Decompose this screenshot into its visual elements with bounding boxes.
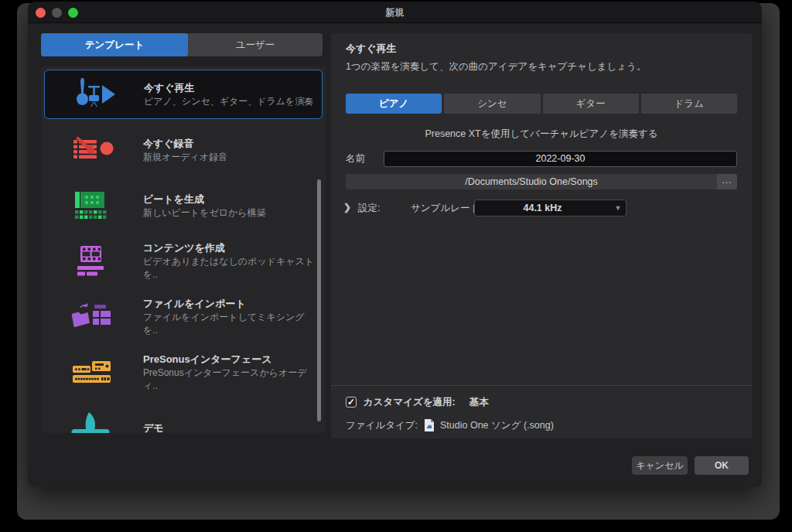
tab-user[interactable]: ユーザー: [188, 33, 323, 56]
template-item-text: 今すぐ録音 新規オーディオ録音: [143, 137, 323, 164]
template-item-subtitle: ピアノ、シンセ、ギター、ドラムを演奏: [144, 95, 317, 108]
browse-button[interactable]: ...: [717, 174, 737, 189]
cancel-button[interactable]: キャンセル: [632, 456, 688, 475]
sample-rate-select[interactable]: 44.1 kHz ▼: [474, 200, 626, 217]
template-item-subtitle: 新規オーディオ録音: [143, 151, 318, 164]
template-item-title: ビートを生成: [143, 193, 318, 206]
filetype-value: Studio One ソング (.song): [440, 419, 554, 432]
template-list: 今すぐ再生 ピアノ、シンセ、ギター、ドラムを演奏: [41, 66, 326, 433]
zoom-button[interactable]: [68, 8, 78, 18]
template-item-create-content[interactable]: コンテンツを作成 ビデオありまたはなしのポッドキャストを..: [44, 234, 323, 289]
name-row: 名前 2022-09-30: [346, 151, 737, 167]
instrument-tab-guitar[interactable]: ギター: [543, 94, 639, 114]
traffic-lights: [36, 8, 78, 18]
audio-interface-icon: [44, 355, 143, 390]
template-item-import-files[interactable]: ファイルをインポート ファイルをインポートしてミキシングを..: [44, 289, 323, 345]
template-item-subtitle: 新しいビートをゼロから構築: [143, 206, 318, 220]
save-path-value: /Documents/Studio One/Songs: [346, 176, 717, 187]
settings-disclosure-icon[interactable]: ❯: [343, 202, 351, 213]
customize-label: カスタマイズを適用:: [364, 396, 456, 409]
play-instruments-icon: [45, 77, 144, 112]
template-item-text: ファイルをインポート ファイルをインポートしてミキシングを..: [143, 297, 323, 337]
template-item-presonus-interface[interactable]: PreSonusインターフェース PreSonusインターフェースからオーディ.…: [44, 345, 323, 401]
demo-wave-icon: Demo: [44, 411, 143, 433]
screenshot-root: 新規 テンプレート ユーザー: [0, 0, 792, 532]
film-strip-icon: [44, 244, 143, 279]
template-item-subtitle: ビデオありまたはなしのポッドキャストを..: [143, 255, 318, 281]
filetype-label: ファイルタイプ:: [346, 419, 418, 432]
dialog-titlebar: 新規: [28, 2, 762, 23]
song-name-input[interactable]: 2022-09-30: [384, 151, 737, 167]
instrument-tab-piano[interactable]: ピアノ: [346, 94, 442, 114]
song-file-icon: [424, 419, 434, 431]
detail-panel: 今すぐ再生 1つの楽器を演奏して、次の曲のアイデアをキャプチャしましょう。 ピア…: [331, 33, 752, 438]
save-path-bar[interactable]: /Documents/Studio One/Songs ...: [346, 174, 737, 189]
filetype-row: ファイルタイプ: Studio One ソング (.song): [346, 418, 554, 433]
ok-button[interactable]: OK: [695, 456, 749, 475]
sample-rate-label: サンプルレート: [411, 202, 480, 215]
name-label: 名前: [346, 152, 365, 165]
scrollbar-thumb[interactable]: [317, 179, 321, 421]
template-item-play-now[interactable]: 今すぐ再生 ピアノ、シンセ、ギター、ドラムを演奏: [44, 70, 323, 119]
template-item-text: デモ: [143, 421, 323, 433]
settings-row: ❯ 設定: サンプルレート 44.1 kHz ▼: [331, 200, 752, 217]
template-item-demo[interactable]: Demo デモ: [44, 401, 323, 433]
new-song-dialog: 新規 テンプレート ユーザー: [28, 2, 762, 487]
minimize-button: [52, 8, 62, 18]
template-item-record-now[interactable]: 今すぐ録音 新規オーディオ録音: [44, 122, 323, 178]
customize-value[interactable]: 基本: [469, 396, 489, 409]
window-title: 新規: [28, 2, 762, 23]
template-item-title: ファイルをインポート: [143, 297, 318, 311]
template-item-title: デモ: [143, 421, 318, 433]
section-divider: [331, 385, 752, 386]
template-column: テンプレート ユーザー: [41, 33, 326, 433]
customize-row: ✓ カスタマイズを適用: 基本: [346, 394, 489, 410]
template-user-tabs: テンプレート ユーザー: [41, 33, 323, 56]
instrument-tabs: ピアノ シンセ ギター ドラム: [346, 94, 737, 114]
template-item-title: 今すぐ再生: [144, 81, 317, 95]
detail-title: 今すぐ再生: [346, 42, 397, 56]
template-item-text: ビートを生成 新しいビートをゼロから構築: [143, 193, 323, 220]
import-folder-icon: [44, 299, 143, 335]
detail-description: 1つの楽器を演奏して、次の曲のアイデアをキャプチャしましょう。: [346, 60, 646, 73]
instrument-tab-synth[interactable]: シンセ: [444, 94, 540, 114]
record-audio-icon: [44, 132, 143, 168]
close-button[interactable]: [36, 8, 46, 18]
template-item-text: 今すぐ再生 ピアノ、シンセ、ギター、ドラムを演奏: [144, 81, 322, 108]
chevron-down-icon: ▼: [610, 204, 626, 212]
settings-label: 設定:: [358, 202, 380, 215]
template-item-text: PreSonusインターフェース PreSonusインターフェースからオーディ.…: [143, 353, 323, 393]
beat-grid-icon: [44, 188, 143, 223]
template-item-title: PreSonusインターフェース: [143, 353, 318, 367]
template-item-title: コンテンツを作成: [143, 241, 318, 255]
customize-checkbox[interactable]: ✓: [346, 397, 357, 408]
template-item-title: 今すぐ録音: [143, 137, 318, 151]
template-item-subtitle: PreSonusインターフェースからオーディ..: [143, 367, 318, 393]
template-item-subtitle: ファイルをインポートしてミキシングを..: [143, 311, 318, 337]
template-item-text: コンテンツを作成 ビデオありまたはなしのポッドキャストを..: [143, 241, 323, 281]
template-item-generate-beat[interactable]: ビートを生成 新しいビートをゼロから構築: [44, 178, 323, 234]
tab-templates[interactable]: テンプレート: [41, 33, 188, 56]
instrument-hint: Presence XTを使用してバーチャルピアノを演奏する: [331, 128, 752, 141]
sample-rate-value: 44.1 kHz: [475, 203, 610, 213]
instrument-tab-drums[interactable]: ドラム: [641, 94, 737, 114]
